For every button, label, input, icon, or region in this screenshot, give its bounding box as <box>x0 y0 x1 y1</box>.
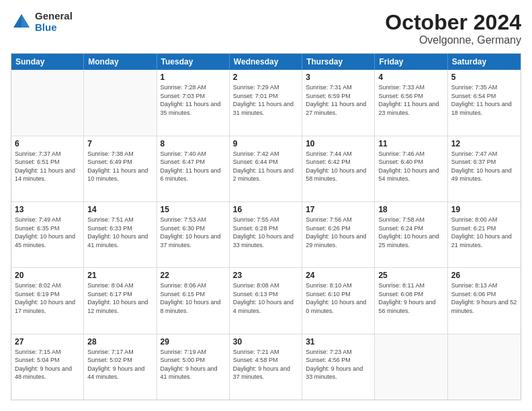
day-info: Sunrise: 7:29 AM Sunset: 7:01 PM Dayligh… <box>233 83 298 117</box>
calendar-cell: 15Sunrise: 7:53 AM Sunset: 6:30 PM Dayli… <box>157 202 230 267</box>
day-number: 7 <box>87 139 152 148</box>
day-info: Sunrise: 7:49 AM Sunset: 6:35 PM Dayligh… <box>15 216 80 249</box>
weekday-header: Tuesday <box>157 54 230 70</box>
day-number: 6 <box>15 139 80 148</box>
calendar-week: 27Sunrise: 7:15 AM Sunset: 5:04 PM Dayli… <box>11 334 521 400</box>
day-info: Sunrise: 7:33 AM Sunset: 6:56 PM Dayligh… <box>378 83 443 117</box>
day-number: 17 <box>306 205 371 214</box>
day-number: 12 <box>451 139 517 148</box>
day-info: Sunrise: 8:11 AM Sunset: 6:08 PM Dayligh… <box>378 281 443 315</box>
day-info: Sunrise: 7:55 AM Sunset: 6:28 PM Dayligh… <box>233 216 298 249</box>
day-info: Sunrise: 7:23 AM Sunset: 4:56 PM Dayligh… <box>306 348 371 381</box>
calendar-cell <box>375 334 447 400</box>
logo-general: General <box>35 11 73 22</box>
calendar-cell: 31Sunrise: 7:23 AM Sunset: 4:56 PM Dayli… <box>302 334 375 400</box>
day-info: Sunrise: 7:53 AM Sunset: 6:30 PM Dayligh… <box>161 216 226 249</box>
calendar-cell: 14Sunrise: 7:51 AM Sunset: 6:33 PM Dayli… <box>84 202 157 267</box>
day-info: Sunrise: 8:08 AM Sunset: 6:13 PM Dayligh… <box>233 281 298 315</box>
day-info: Sunrise: 8:13 AM Sunset: 6:06 PM Dayligh… <box>451 281 517 315</box>
location-title: Ovelgonne, Germany <box>385 34 521 46</box>
day-number: 1 <box>161 73 226 82</box>
calendar-cell: 4Sunrise: 7:33 AM Sunset: 6:56 PM Daylig… <box>375 70 447 135</box>
day-number: 19 <box>451 205 517 214</box>
day-info: Sunrise: 7:28 AM Sunset: 7:03 PM Dayligh… <box>161 83 226 117</box>
calendar-cell: 26Sunrise: 8:13 AM Sunset: 6:06 PM Dayli… <box>448 268 521 333</box>
day-number: 15 <box>161 205 226 214</box>
day-info: Sunrise: 7:51 AM Sunset: 6:33 PM Dayligh… <box>87 216 152 249</box>
day-info: Sunrise: 7:40 AM Sunset: 6:47 PM Dayligh… <box>161 150 226 183</box>
calendar-cell: 22Sunrise: 8:06 AM Sunset: 6:15 PM Dayli… <box>157 268 230 333</box>
day-number: 28 <box>87 337 152 347</box>
calendar-cell: 19Sunrise: 8:00 AM Sunset: 6:21 PM Dayli… <box>448 202 521 267</box>
weekday-header: Sunday <box>11 54 84 70</box>
calendar-cell: 27Sunrise: 7:15 AM Sunset: 5:04 PM Dayli… <box>11 334 84 400</box>
day-number: 22 <box>161 271 226 280</box>
day-info: Sunrise: 7:15 AM Sunset: 5:04 PM Dayligh… <box>15 348 80 381</box>
day-info: Sunrise: 7:19 AM Sunset: 5:00 PM Dayligh… <box>161 348 226 381</box>
day-info: Sunrise: 7:42 AM Sunset: 6:44 PM Dayligh… <box>233 150 298 183</box>
day-number: 31 <box>306 337 371 347</box>
calendar-cell: 5Sunrise: 7:35 AM Sunset: 6:54 PM Daylig… <box>448 70 521 135</box>
day-info: Sunrise: 7:31 AM Sunset: 6:59 PM Dayligh… <box>306 83 371 117</box>
calendar-cell: 25Sunrise: 8:11 AM Sunset: 6:08 PM Dayli… <box>375 268 447 333</box>
calendar-cell: 29Sunrise: 7:19 AM Sunset: 5:00 PM Dayli… <box>157 334 230 400</box>
day-number: 29 <box>161 337 226 347</box>
day-number: 5 <box>451 73 517 82</box>
calendar-cell: 20Sunrise: 8:02 AM Sunset: 6:19 PM Dayli… <box>11 268 84 333</box>
day-info: Sunrise: 8:02 AM Sunset: 6:19 PM Dayligh… <box>15 281 80 315</box>
calendar-cell: 16Sunrise: 7:55 AM Sunset: 6:28 PM Dayli… <box>230 202 302 267</box>
day-number: 21 <box>87 271 152 280</box>
calendar-cell: 23Sunrise: 8:08 AM Sunset: 6:13 PM Dayli… <box>230 268 302 333</box>
page: General Blue October 2024 Ovelgonne, Ger… <box>0 0 532 411</box>
day-info: Sunrise: 7:44 AM Sunset: 6:42 PM Dayligh… <box>306 150 371 183</box>
calendar-cell: 21Sunrise: 8:04 AM Sunset: 6:17 PM Dayli… <box>84 268 157 333</box>
calendar-cell: 18Sunrise: 7:58 AM Sunset: 6:24 PM Dayli… <box>375 202 447 267</box>
calendar-cell: 13Sunrise: 7:49 AM Sunset: 6:35 PM Dayli… <box>11 202 84 267</box>
calendar-cell: 28Sunrise: 7:17 AM Sunset: 5:02 PM Dayli… <box>84 334 157 400</box>
calendar-cell: 30Sunrise: 7:21 AM Sunset: 4:58 PM Dayli… <box>230 334 302 400</box>
day-number: 23 <box>233 271 298 280</box>
calendar-header: SundayMondayTuesdayWednesdayThursdayFrid… <box>11 54 521 70</box>
day-number: 2 <box>233 73 298 82</box>
calendar-week: 20Sunrise: 8:02 AM Sunset: 6:19 PM Dayli… <box>11 268 521 334</box>
calendar-cell: 2Sunrise: 7:29 AM Sunset: 7:01 PM Daylig… <box>230 70 302 135</box>
day-number: 20 <box>15 271 80 280</box>
day-info: Sunrise: 7:17 AM Sunset: 5:02 PM Dayligh… <box>87 348 152 381</box>
logo-text: General Blue <box>35 11 73 33</box>
day-number: 30 <box>233 337 298 347</box>
day-info: Sunrise: 7:58 AM Sunset: 6:24 PM Dayligh… <box>378 216 443 249</box>
day-info: Sunrise: 7:35 AM Sunset: 6:54 PM Dayligh… <box>451 83 517 117</box>
calendar-cell: 17Sunrise: 7:56 AM Sunset: 6:26 PM Dayli… <box>302 202 375 267</box>
day-number: 25 <box>378 271 443 280</box>
day-number: 13 <box>15 205 80 214</box>
calendar: SundayMondayTuesdayWednesdayThursdayFrid… <box>11 53 521 400</box>
day-info: Sunrise: 7:56 AM Sunset: 6:26 PM Dayligh… <box>306 216 371 249</box>
weekday-header: Thursday <box>302 54 375 70</box>
calendar-cell: 7Sunrise: 7:38 AM Sunset: 6:49 PM Daylig… <box>84 136 157 201</box>
day-info: Sunrise: 8:00 AM Sunset: 6:21 PM Dayligh… <box>451 216 517 249</box>
calendar-body: 1Sunrise: 7:28 AM Sunset: 7:03 PM Daylig… <box>11 70 521 400</box>
calendar-cell <box>11 70 84 135</box>
logo-blue: Blue <box>35 22 73 34</box>
weekday-header: Wednesday <box>230 54 302 70</box>
weekday-header: Monday <box>84 54 157 70</box>
day-info: Sunrise: 7:47 AM Sunset: 6:37 PM Dayligh… <box>451 150 517 183</box>
day-info: Sunrise: 7:37 AM Sunset: 6:51 PM Dayligh… <box>15 150 80 183</box>
day-info: Sunrise: 8:06 AM Sunset: 6:15 PM Dayligh… <box>161 281 226 315</box>
day-info: Sunrise: 7:38 AM Sunset: 6:49 PM Dayligh… <box>87 150 152 183</box>
logo-icon <box>11 11 32 33</box>
calendar-cell: 8Sunrise: 7:40 AM Sunset: 6:47 PM Daylig… <box>157 136 230 201</box>
day-number: 24 <box>306 271 371 280</box>
calendar-cell: 9Sunrise: 7:42 AM Sunset: 6:44 PM Daylig… <box>230 136 302 201</box>
calendar-cell: 10Sunrise: 7:44 AM Sunset: 6:42 PM Dayli… <box>302 136 375 201</box>
day-number: 18 <box>378 205 443 214</box>
weekday-header: Friday <box>375 54 447 70</box>
day-info: Sunrise: 7:21 AM Sunset: 4:58 PM Dayligh… <box>233 348 298 381</box>
day-number: 3 <box>306 73 371 82</box>
title-block: October 2024 Ovelgonne, Germany <box>385 11 521 46</box>
month-title: October 2024 <box>385 11 521 34</box>
day-number: 26 <box>451 271 517 280</box>
calendar-cell: 12Sunrise: 7:47 AM Sunset: 6:37 PM Dayli… <box>448 136 521 201</box>
calendar-cell: 3Sunrise: 7:31 AM Sunset: 6:59 PM Daylig… <box>302 70 375 135</box>
calendar-week: 6Sunrise: 7:37 AM Sunset: 6:51 PM Daylig… <box>11 136 521 202</box>
